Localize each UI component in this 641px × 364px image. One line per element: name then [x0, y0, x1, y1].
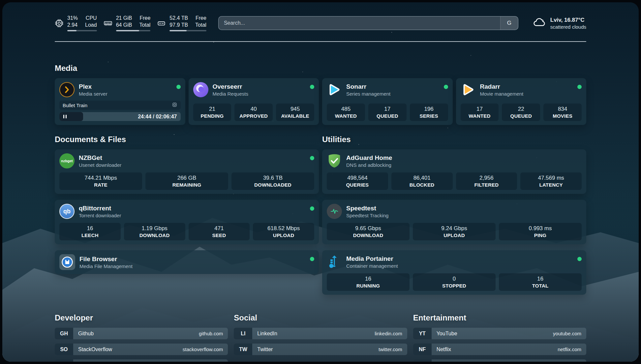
app-subtitle: Usenet downloader [79, 162, 121, 168]
section-documents: Documents & Files nzbget NZBGet Usenet d… [55, 135, 319, 274]
playback-time: 24:44 / 02:06:47 [138, 114, 180, 120]
stat-filtered: 2,956FILTERED [456, 172, 517, 190]
pause-icon [63, 115, 67, 118]
section-title-utilities: Utilities [322, 135, 586, 144]
bookmark-youtube[interactable]: YT YouTube youtube.com [413, 328, 586, 339]
dashboard-screen: 31% 2.94 CPU Load [2, 2, 639, 362]
section-title-social: Social [234, 313, 407, 322]
app-card-nzbget[interactable]: nzbget NZBGet Usenet downloader 744.21 M… [55, 149, 319, 194]
nzbget-icon: nzbget [59, 153, 75, 168]
section-title-developer: Developer [55, 313, 228, 322]
disk-label2: Total [195, 22, 206, 29]
app-card-portainer[interactable]: Media Portainer Container management 16R… [322, 250, 586, 295]
stat-stopped: 0STOPPED [413, 273, 496, 291]
app-subtitle: Speedtest Tracking [346, 213, 388, 218]
search-bar[interactable]: G [218, 16, 518, 30]
status-online-dot [577, 85, 582, 89]
bookmark-stackoverflow[interactable]: SO StackOverflow stackoverflow.com [55, 344, 228, 355]
app-card-adguard[interactable]: AdGuard Home DNS and adblocking 498,564Q… [322, 149, 586, 194]
app-title: Media Portainer [346, 255, 398, 262]
section-media: Media Plex Media server [55, 64, 586, 125]
bookmark-twitter[interactable]: TW Twitter twitter.com [234, 344, 407, 355]
portainer-icon [327, 254, 342, 269]
memory-widget: 21 GiB 64 GiB Free Total [104, 15, 151, 32]
bookmark-abbr: TW [234, 344, 252, 355]
memory-progress-fill [116, 30, 139, 31]
bookmark-reddit[interactable]: RE Reddit reddit.com [413, 359, 586, 362]
stat-wanted: 485WANTED [327, 104, 365, 121]
app-card-radarr[interactable]: Radarr Movie management 17WANTED 22QUEUE… [456, 78, 587, 125]
app-subtitle: Media Requests [213, 91, 248, 97]
search-input[interactable] [219, 16, 500, 30]
app-title: qBittorrent [79, 205, 121, 212]
bookmark-domain: twitter.com [379, 347, 407, 352]
bookmark-domain: youtube.com [553, 331, 586, 336]
bookmark-domain: linkedin.com [375, 331, 407, 336]
adguard-icon [327, 153, 342, 168]
stat-download: 9.65 GbpsDOWNLOAD [327, 223, 410, 240]
bookmark-dev[interactable]: DT DEV dev.to [55, 359, 228, 362]
stat-wanted: 17WANTED [461, 104, 499, 121]
section-title-documents: Documents & Files [55, 135, 319, 144]
system-stats: 31% 2.94 CPU Load [55, 15, 206, 32]
ram-icon [104, 19, 112, 28]
section-utilities: Utilities [322, 135, 586, 295]
app-card-overseerr[interactable]: Overseerr Media Requests 21PENDING 40APP… [189, 78, 319, 125]
app-card-speedtest[interactable]: Speedtest Speedtest Tracking 9.65 GbpsDO… [322, 200, 586, 244]
bookmark-netflix[interactable]: NF Netflix netflix.com [413, 344, 586, 355]
app-card-plex[interactable]: Plex Media server Bullet Train [55, 78, 185, 125]
stat-available: 945AVAILABLE [276, 104, 314, 121]
app-subtitle: Movie management [480, 91, 524, 97]
disk-total: 97.9 TB [169, 22, 188, 29]
section-title-media: Media [55, 64, 586, 73]
app-card-sonarr[interactable]: Sonarr Series management 485WANTED 17QUE… [322, 78, 453, 125]
stat-downloaded: 39.6 TBDOWNLOADED [231, 172, 314, 190]
disk-widget: 52.4 TB 97.9 TB Free Total [157, 15, 206, 32]
memory-progress-track [116, 30, 151, 31]
bookmarks-entertainment: Entertainment YT YouTube youtube.com NF … [413, 313, 586, 362]
stat-download: 1.19 GbpsDOWNLOAD [124, 223, 185, 240]
cloud-icon [532, 15, 546, 31]
sonarr-icon [327, 82, 342, 97]
stat-total: 16TOTAL [499, 273, 582, 291]
app-card-qbittorrent[interactable]: qb qBittorrent Torrent downloader 16LEEC… [55, 200, 319, 244]
bookmark-linkedin[interactable]: LI LinkedIn linkedin.com [234, 328, 407, 339]
stat-movies: 834MOVIES [543, 104, 582, 121]
app-subtitle: Media File Management [79, 263, 133, 269]
stat-rate: 744.21 MbpsRATE [59, 172, 142, 190]
status-online-dot [577, 257, 582, 261]
bookmark-abbr: RE [413, 359, 432, 362]
app-title: Sonarr [346, 83, 390, 90]
status-online-dot [310, 257, 314, 261]
app-title: NZBGet [79, 154, 121, 162]
app-subtitle: Media server [79, 91, 107, 97]
app-title: File Browser [79, 256, 133, 263]
bookmark-name: StackOverflow [73, 347, 112, 352]
disk-progress-track [169, 30, 206, 31]
stat-upload: 618.52 MbpsUPLOAD [253, 223, 314, 240]
memory-label2: Total [139, 22, 151, 29]
stat-ping: 0.993 msPING [499, 223, 582, 240]
header-divider [55, 41, 586, 42]
bookmark-abbr: YT [413, 328, 432, 339]
app-title: Radarr [480, 83, 524, 90]
app-title: Overseerr [213, 83, 248, 90]
stat-leech: 16LEECH [59, 223, 121, 240]
bookmark-abbr: DT [55, 359, 73, 362]
bookmark-github[interactable]: GH Github github.com [55, 328, 228, 339]
bookmark-name: Github [73, 331, 94, 337]
cpu-progress-track [67, 30, 97, 31]
bookmark-name: Netflix [432, 347, 451, 352]
plex-progress-bar[interactable]: 24:44 / 02:06:47 [59, 112, 181, 121]
stat-running: 16RUNNING [327, 273, 410, 291]
bookmarks-developer: Developer GH Github github.com SO StackO… [55, 313, 228, 362]
stat-queries: 498,564QUERIES [327, 172, 388, 190]
status-online-dot [444, 85, 448, 89]
app-title: AdGuard Home [346, 154, 392, 162]
search-engine-button[interactable]: G [500, 16, 518, 30]
app-card-filebrowser[interactable]: File Browser Media File Management [55, 250, 319, 274]
cpu-label: CPU [85, 15, 97, 22]
speedtest-icon [327, 204, 342, 219]
weather-location-temp: Lviv, 16.87°C [550, 17, 586, 23]
filebrowser-icon [59, 254, 75, 270]
